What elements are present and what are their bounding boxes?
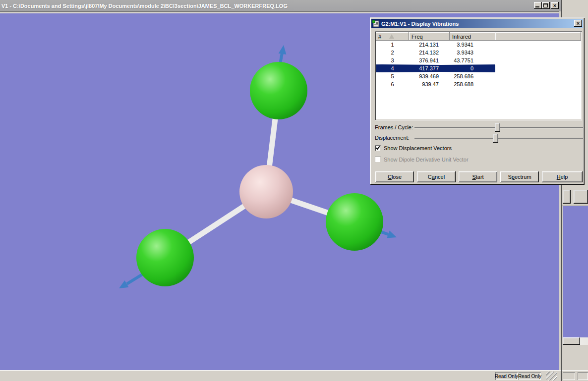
table-header: # Freq Infrared: [376, 32, 581, 41]
statusbar-segment: [563, 372, 575, 380]
statusbar-segment: [578, 372, 588, 380]
window-title: V1 - C:\Documents and Settings\jl807\My …: [0, 3, 288, 9]
toolbar-button-fragment[interactable]: [563, 190, 571, 204]
close-button[interactable]: ×: [551, 2, 559, 9]
display-vibrations-dialog: G2:M1:V1 - Display Vibrations × # Freq I…: [370, 17, 585, 185]
show-displacement-vectors-row: Show Displacement Vectors: [375, 145, 452, 151]
close-icon: ×: [577, 20, 580, 26]
minimize-button[interactable]: [534, 2, 542, 9]
help-button[interactable]: Help: [542, 171, 583, 182]
vector-arrowhead: [119, 280, 129, 288]
show-dipole-derivative-checkbox[interactable]: [375, 157, 381, 163]
checkbox-label: Show Dipole Derivative Unit Vector: [384, 157, 469, 163]
show-dipole-derivative-row: Show Dipole Derivative Unit Vector: [375, 157, 469, 163]
start-button[interactable]: Start: [459, 171, 497, 182]
maximize-button[interactable]: [542, 2, 550, 9]
vector-arrowhead: [387, 231, 397, 238]
sort-ascending-icon: [389, 34, 394, 39]
minimize-icon: [535, 6, 539, 7]
column-header-infrared[interactable]: Infrared: [450, 32, 495, 41]
horizontal-scrollbar-track[interactable]: [580, 337, 588, 345]
resize-grip-icon[interactable]: [546, 372, 557, 381]
atom-cl-top[interactable]: [250, 62, 307, 119]
dialog-title: G2:M1:V1 - Display Vibrations: [381, 21, 459, 27]
table-row[interactable]: 6939.47258.688: [376, 80, 581, 88]
vector-shaft: [127, 273, 144, 284]
show-displacement-vectors-checkbox[interactable]: [375, 145, 381, 151]
close-icon: ×: [553, 3, 556, 8]
frames-cycle-slider-thumb[interactable]: [495, 123, 500, 132]
vector-arrowhead: [279, 45, 287, 54]
frames-cycle-label: Frames / Cycle:: [375, 124, 413, 130]
background-window-viewport[interactable]: [563, 206, 588, 337]
gaussview-icon: [372, 20, 379, 27]
read-only-indicator: Read Only: [495, 372, 518, 380]
cancel-button[interactable]: Cancel: [417, 171, 456, 182]
maximize-icon: [543, 3, 548, 7]
table-row[interactable]: 2214.1323.9343: [376, 49, 581, 56]
displacement-slider[interactable]: [414, 138, 583, 139]
screen: V1 - C:\Documents and Settings\jl807\My …: [0, 0, 588, 381]
table-row[interactable]: 3376.94143.7751: [376, 56, 581, 64]
toolbar-button-fragment[interactable]: [574, 190, 588, 204]
read-only-indicator: Read Only: [519, 372, 541, 380]
dialog-titlebar[interactable]: G2:M1:V1 - Display Vibrations ×: [371, 19, 583, 28]
atom-cl-right[interactable]: [326, 193, 383, 251]
table-row-selected[interactable]: 4417.3770: [376, 64, 581, 72]
window-titlebar[interactable]: V1 - C:\Documents and Settings\jl807\My …: [0, 0, 561, 11]
spectrum-button[interactable]: Spectrum: [500, 171, 539, 182]
displacement-slider-thumb[interactable]: [493, 134, 498, 143]
table-body: 1214.1313.9341 2214.1323.9343 3376.94143…: [376, 41, 581, 88]
table-row[interactable]: 1214.1313.9341: [376, 41, 581, 49]
column-header-blank[interactable]: [495, 32, 581, 41]
frames-cycle-slider[interactable]: [414, 127, 583, 128]
table-row[interactable]: 5939.469258.686: [376, 72, 581, 80]
column-header-num[interactable]: #: [376, 32, 409, 41]
background-window-toolbar: [562, 187, 588, 206]
displacement-label: Displacement:: [375, 135, 410, 141]
atom-b-center[interactable]: [239, 165, 293, 218]
close-dialog-button[interactable]: Close: [375, 171, 414, 182]
background-window-statusbar: [562, 370, 588, 381]
dialog-close-button[interactable]: ×: [574, 20, 582, 27]
vibrations-table[interactable]: # Freq Infrared 1214.1313.9341 2214.1323…: [375, 31, 582, 120]
column-header-freq[interactable]: Freq: [409, 32, 450, 41]
checkbox-label: Show Displacement Vectors: [384, 145, 452, 151]
horizontal-scrollbar-thumb[interactable]: [563, 337, 580, 345]
window-statusbar: Read Only Read Only: [0, 370, 561, 381]
atom-cl-left[interactable]: [136, 229, 194, 286]
